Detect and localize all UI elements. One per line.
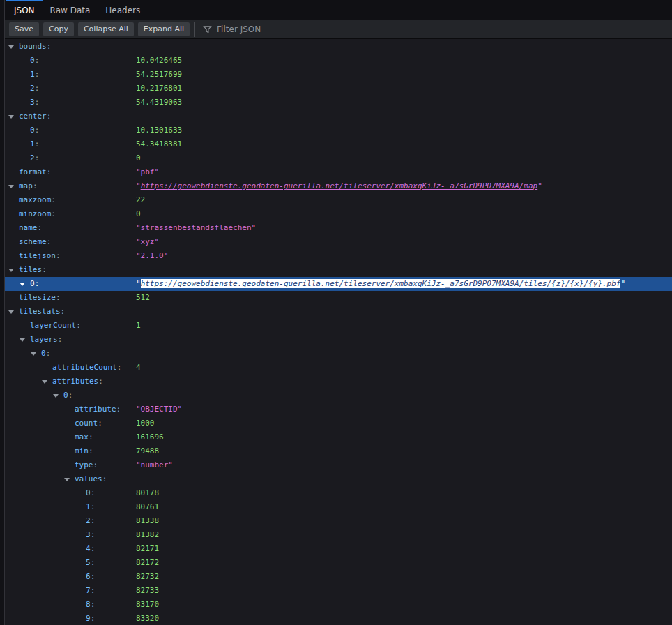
tree-row[interactable]: 2:10.2176801	[5, 82, 672, 96]
twisty-expanded-icon[interactable]	[64, 478, 70, 481]
json-key: attributeCount	[52, 363, 117, 372]
json-key: 1	[30, 140, 35, 149]
tree-row[interactable]: layers:	[5, 333, 672, 347]
json-value: 0	[136, 151, 141, 165]
json-key-colon: :	[76, 321, 81, 330]
twisty-expanded-icon[interactable]	[53, 394, 59, 398]
tree-row[interactable]: max:161696	[5, 430, 672, 444]
tree-row[interactable]: 0:10.0426465	[5, 54, 672, 68]
json-key: max	[75, 432, 89, 442]
tree-row[interactable]: tiles:	[5, 263, 672, 277]
json-url-link[interactable]: https://geowebdienste.geodaten-guerilla.…	[141, 279, 621, 288]
json-key: min	[75, 446, 89, 455]
tree-row[interactable]: 1:80761	[5, 500, 672, 514]
tree-row[interactable]: 2:81338	[5, 514, 672, 528]
tree-row[interactable]: 5:82172	[5, 556, 672, 570]
tree-row[interactable]: layerCount:1	[5, 319, 672, 333]
tree-row[interactable]: attributes:	[5, 375, 672, 389]
tree-row[interactable]: values:	[5, 472, 672, 486]
tree-row[interactable]: 1:54.3418381	[5, 137, 672, 151]
tree-row[interactable]: tilesize:512	[5, 291, 672, 305]
tree-row[interactable]: 0:	[5, 389, 672, 402]
save-button[interactable]: Save	[9, 22, 39, 36]
twisty-expanded-icon[interactable]	[31, 352, 36, 356]
json-key: values	[75, 474, 102, 483]
collapse-all-button[interactable]: Collapse All	[78, 22, 134, 36]
json-key-colon: :	[89, 446, 93, 455]
tree-row[interactable]: minzoom:0	[5, 207, 672, 221]
json-key: 1	[86, 502, 91, 511]
tree-row[interactable]: map:"https://geowebdienste.geodaten-guer…	[5, 179, 672, 193]
json-key-colon: :	[35, 98, 40, 107]
json-value: 80178	[136, 486, 159, 500]
tree-row[interactable]: 7:82733	[5, 584, 672, 598]
json-value: 80761	[136, 500, 159, 514]
tree-row[interactable]: format:"pbf"	[5, 165, 672, 179]
tree-row[interactable]: maxzoom:22	[5, 193, 672, 207]
tree-row[interactable]: tilestats:	[5, 305, 672, 319]
json-key-colon: :	[89, 432, 93, 442]
json-value: "2.1.0"	[136, 249, 168, 263]
json-key-colon: :	[91, 558, 96, 567]
tree-row[interactable]: attribute:"OBJECTID"	[5, 402, 672, 416]
json-key: layerCount	[30, 321, 76, 330]
twisty-expanded-icon[interactable]	[8, 310, 14, 314]
tree-row[interactable]: 8:83170	[5, 598, 672, 612]
tree-row[interactable]: 3:81382	[5, 528, 672, 542]
tree-row[interactable]: bounds:	[5, 40, 672, 54]
json-key: bounds	[19, 42, 47, 51]
twisty-expanded-icon[interactable]	[20, 283, 25, 286]
tree-row[interactable]: 9:83320	[5, 612, 672, 625]
json-key-colon: :	[91, 516, 96, 525]
json-key-colon: :	[47, 167, 52, 176]
twisty-expanded-icon[interactable]	[8, 45, 14, 49]
json-key: 6	[86, 572, 91, 581]
tree-row[interactable]: 6:82732	[5, 570, 672, 584]
tree-row[interactable]: 0:10.1301633	[5, 123, 672, 137]
tree-row[interactable]: 4:82171	[5, 542, 672, 556]
tree-row[interactable]: 0:	[5, 347, 672, 361]
twisty-expanded-icon[interactable]	[8, 185, 14, 188]
json-key-colon: :	[58, 335, 63, 344]
json-key-colon: :	[91, 544, 96, 553]
tab-json[interactable]: JSON	[6, 0, 43, 20]
json-key: 4	[86, 544, 91, 553]
json-url-link[interactable]: https://geowebdienste.geodaten-guerilla.…	[141, 181, 538, 190]
tree-row[interactable]: min:79488	[5, 444, 672, 458]
json-key: format	[19, 167, 47, 176]
toolbar-separator	[194, 22, 195, 37]
tree-row[interactable]: 0:"https://geowebdienste.geodaten-gueril…	[5, 277, 672, 291]
tree-row[interactable]: center:	[5, 110, 672, 123]
json-value: 82172	[136, 556, 159, 570]
json-value: 81382	[136, 528, 159, 542]
tree-row[interactable]: type:"number"	[5, 458, 672, 472]
tree-row[interactable]: scheme:"xyz"	[5, 235, 672, 249]
json-key: tilesize	[19, 293, 56, 302]
twisty-expanded-icon[interactable]	[42, 380, 47, 384]
tree-row[interactable]: attributeCount:4	[5, 361, 672, 375]
filter-json-input[interactable]	[217, 24, 426, 34]
json-value: 0	[136, 207, 141, 221]
json-key: 9	[86, 614, 91, 623]
expand-all-button[interactable]: Expand All	[138, 22, 190, 36]
json-key-colon: :	[91, 600, 96, 609]
tree-row[interactable]: count:1000	[5, 416, 672, 430]
tree-row[interactable]: 3:54.4319063	[5, 96, 672, 110]
tab-raw-data[interactable]: Raw Data	[43, 0, 98, 20]
tree-row[interactable]: name:"strassenbestandsflaechen"	[5, 221, 672, 235]
tree-row[interactable]: tilejson:"2.1.0"	[5, 249, 672, 263]
json-value: 512	[136, 291, 150, 305]
json-key: name	[19, 223, 38, 232]
panel-splitter[interactable]	[0, 0, 5, 625]
twisty-expanded-icon[interactable]	[20, 338, 25, 342]
twisty-expanded-icon[interactable]	[8, 115, 14, 119]
tree-row[interactable]: 2:0	[5, 151, 672, 165]
twisty-expanded-icon[interactable]	[8, 269, 14, 272]
copy-button[interactable]: Copy	[43, 22, 74, 36]
json-key: scheme	[19, 237, 47, 246]
tab-headers[interactable]: Headers	[98, 0, 148, 20]
json-key-colon: :	[91, 614, 96, 623]
tree-row[interactable]: 1:54.2517699	[5, 68, 672, 82]
json-key-colon: :	[91, 586, 96, 595]
tree-row[interactable]: 0:80178	[5, 486, 672, 500]
